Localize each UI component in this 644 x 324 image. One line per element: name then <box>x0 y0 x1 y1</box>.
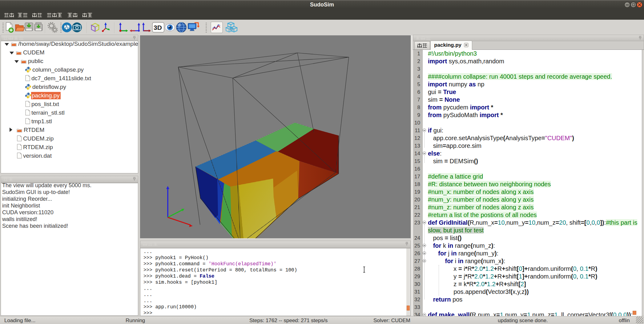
svg-text:3D: 3D <box>154 24 162 31</box>
svg-text:S: S <box>66 25 67 27</box>
svg-text:T: T <box>65 27 66 30</box>
svg-text:STL: STL <box>229 28 234 31</box>
svg-text:L: L <box>67 27 69 30</box>
